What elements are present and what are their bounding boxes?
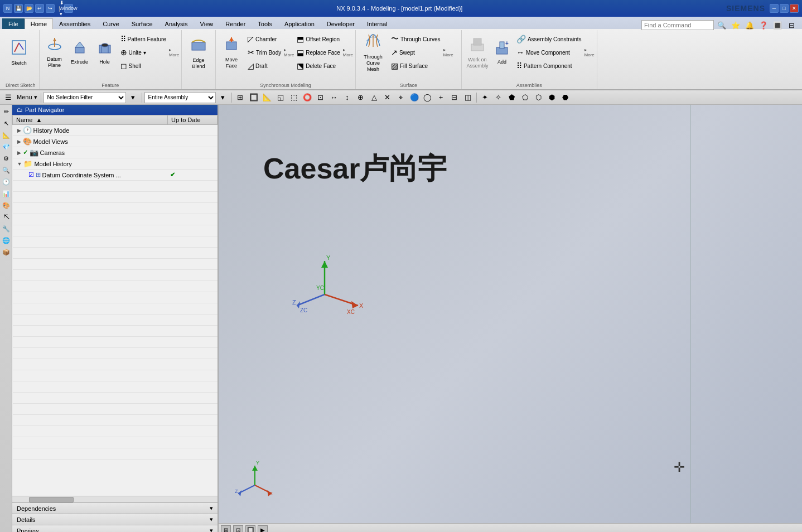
tab-analysis[interactable]: Analysis — [159, 18, 194, 29]
part-navigator-table[interactable]: Name ▲ Up to Date ▶ 🕐 History Mode — [12, 115, 218, 496]
assembly-scope-dropdown[interactable]: Entire Assembly — [144, 92, 216, 103]
tb-icon-24[interactable]: ⬢ — [546, 91, 558, 104]
move-face-button[interactable]: MoveFace — [219, 32, 244, 72]
3d-viewport[interactable]: Caesar卢尚宇 Z ZC X XC Y YC — [219, 105, 802, 532]
work-on-assembly-button[interactable]: Work onAssembly — [465, 32, 490, 72]
tb-icon-10[interactable]: ⊕ — [355, 91, 367, 104]
tb-icon-25[interactable]: ⬣ — [559, 91, 572, 104]
tab-developer[interactable]: Developer — [321, 18, 361, 29]
minimize-button[interactable]: ─ — [770, 4, 779, 13]
star-button[interactable]: ⭐ — [729, 19, 742, 31]
tb-icon-22[interactable]: ⬠ — [519, 91, 532, 104]
lv-btn-sketch[interactable]: ✏ — [1, 106, 12, 117]
sync-more-button-right[interactable]: ▸More — [344, 32, 352, 72]
through-curve-mesh-button[interactable]: ThroughCurve Mesh — [359, 32, 387, 72]
add-button[interactable]: + Add — [491, 32, 513, 72]
lv-btn-measure[interactable]: 📐 — [1, 129, 12, 141]
lv-btn-select[interactable]: ↖ — [1, 118, 12, 129]
unite-button[interactable]: ⊕ Unite ▾ — [118, 47, 168, 58]
pn-expander-model-history[interactable]: ▼ — [17, 161, 22, 167]
extrude-button[interactable]: Extrude — [68, 32, 91, 72]
lv-btn-package[interactable]: 📦 — [1, 246, 12, 258]
move-component-button[interactable]: ↔ Move Component — [514, 47, 584, 58]
tab-home[interactable]: Home — [25, 18, 53, 29]
swept-button[interactable]: ↗ Swept — [389, 47, 443, 58]
fill-surface-button[interactable]: ▨ Fill Surface — [389, 60, 443, 71]
undo-icon[interactable]: ↩ — [35, 4, 44, 13]
tb-icon-20[interactable]: ✧ — [492, 91, 505, 104]
window-menu-icon[interactable]: ⬇ Window ▾ — [64, 4, 73, 13]
maximize-button[interactable]: □ — [780, 4, 789, 13]
save-icon[interactable]: 💾 — [14, 4, 23, 13]
pattern-component-button[interactable]: ⠿ Pattern Component — [514, 60, 584, 71]
pn-scrollbar-thumb[interactable] — [29, 497, 74, 502]
tab-tools[interactable]: Tools — [252, 18, 278, 29]
pn-expander-cameras[interactable]: ▶ — [17, 150, 21, 156]
sb-btn-2[interactable]: ⊡ — [233, 525, 243, 533]
pn-details-section[interactable]: Details ▾ — [12, 514, 218, 525]
tb-icon-18[interactable]: ◫ — [462, 91, 474, 104]
tab-application[interactable]: Application — [278, 18, 321, 29]
chamfer-button[interactable]: ◸ Chamfer — [245, 33, 283, 45]
sb-btn-3[interactable]: 🔲 — [245, 525, 255, 533]
tb-icon-16[interactable]: + — [435, 91, 447, 104]
lv-btn-gem[interactable]: 💎 — [1, 141, 12, 152]
pn-row-model-history[interactable]: ▼ 📁 Model History — [13, 158, 218, 170]
search-button[interactable]: 🔍 — [716, 19, 728, 31]
shell-button[interactable]: ◻ Shell — [118, 60, 168, 71]
menu-button[interactable]: ☰ — [2, 91, 15, 104]
pn-expander-model-views[interactable]: ▶ — [17, 139, 21, 144]
tb-icon-12[interactable]: ✕ — [381, 91, 394, 104]
lv-btn-wrench[interactable]: 🔧 — [1, 223, 12, 234]
assemblies-more-button[interactable]: ▸More — [586, 32, 593, 72]
tab-file[interactable]: File — [2, 18, 25, 29]
help-button[interactable]: ❓ — [757, 19, 770, 31]
sketch-button[interactable]: Sketch — [6, 32, 32, 72]
selection-filter-dropdown-btn[interactable]: ▾ — [127, 91, 139, 104]
draft-button[interactable]: ◿ Draft — [245, 60, 283, 71]
search-input[interactable] — [641, 20, 714, 30]
delete-face-button[interactable]: ⬔ Delete Face — [294, 60, 342, 71]
tab-surface[interactable]: Surface — [125, 18, 159, 29]
tab-assemblies[interactable]: Assemblies — [53, 18, 96, 29]
assembly-constraints-button[interactable]: 🔗 Assembly Constraints — [514, 33, 584, 45]
assembly-scope-dropdown-btn[interactable]: ▾ — [217, 91, 229, 104]
pn-expander-history-mode[interactable]: ▶ — [17, 128, 21, 133]
tab-internal[interactable]: Internal — [361, 18, 394, 29]
datum-plane-button[interactable]: DatumPlane — [43, 32, 66, 72]
lv-btn-globe[interactable]: 🌐 — [1, 235, 12, 246]
lv-btn-history[interactable]: 🕐 — [1, 176, 12, 187]
pn-row-model-views[interactable]: ▶ 🎨 Model Views — [13, 136, 218, 147]
pn-col-name[interactable]: Name ▲ — [13, 115, 168, 125]
trim-body-button[interactable]: ✂ Trim Body — [245, 47, 283, 58]
through-curves-button[interactable]: 〜 Through Curves — [389, 33, 443, 45]
tb-icon-8[interactable]: ↔ — [328, 91, 340, 104]
pn-row-history-mode[interactable]: ▶ 🕐 History Mode — [13, 125, 218, 136]
tab-render[interactable]: Render — [219, 18, 252, 29]
settings-button[interactable]: 🔳 — [771, 19, 784, 31]
pn-horizontal-scrollbar[interactable] — [12, 496, 218, 502]
close-button[interactable]: ✕ — [790, 4, 799, 13]
open-icon[interactable]: 📂 — [25, 4, 33, 13]
customize-button[interactable]: ⊟ — [785, 19, 798, 31]
lv-btn-settings[interactable]: ⚙ — [1, 153, 12, 164]
pn-dependencies-section[interactable]: Dependencies ▾ — [12, 503, 218, 514]
tb-icon-23[interactable]: ⬡ — [533, 91, 545, 104]
replace-face-button[interactable]: ⬓ Replace Face — [294, 47, 342, 58]
redo-icon[interactable]: ↪ — [46, 4, 55, 13]
tb-icon-6[interactable]: ⭕ — [301, 91, 313, 104]
tb-icon-19[interactable]: ✦ — [479, 91, 491, 104]
sync-more-button-mid[interactable]: ▸More — [285, 32, 293, 72]
tb-icon-5[interactable]: ⬚ — [288, 91, 300, 104]
offset-region-button[interactable]: ⬒ Offset Region — [294, 33, 342, 45]
datum-csys-checkbox[interactable]: ☑ — [28, 171, 34, 178]
tb-icon-1[interactable]: ⊞ — [234, 91, 247, 104]
surface-more-button[interactable]: ▸More — [445, 32, 452, 72]
tb-icon-3[interactable]: 📐 — [261, 91, 273, 104]
edge-blend-button[interactable]: EdgeBlend — [185, 32, 212, 72]
selection-filter-dropdown[interactable]: No Selection Filter — [44, 92, 126, 103]
sb-btn-1[interactable]: ⊞ — [221, 525, 231, 533]
menu-label[interactable]: Menu ▾ — [16, 94, 38, 101]
pattern-feature-button[interactable]: ⠿ Pattern Feature — [118, 33, 168, 45]
tb-icon-11[interactable]: △ — [368, 91, 380, 104]
